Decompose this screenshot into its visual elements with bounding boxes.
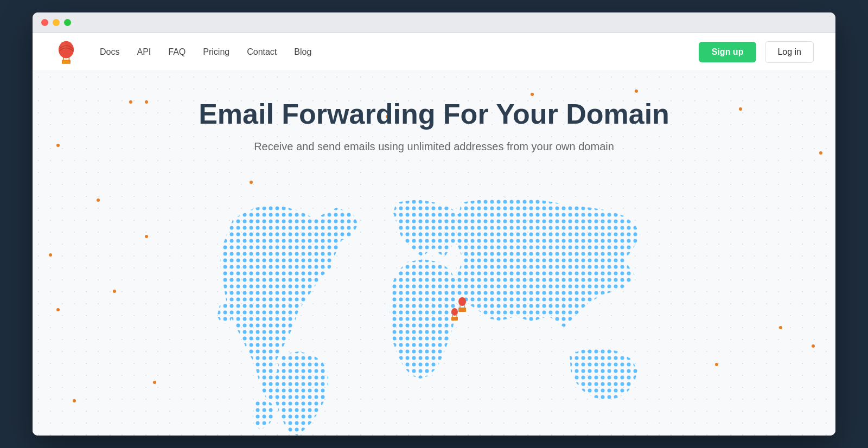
- scatter-dot: [129, 100, 132, 104]
- logo[interactable]: [54, 40, 78, 64]
- scatter-dot: [812, 344, 815, 348]
- scatter-dot: [153, 381, 156, 384]
- browser-chrome: [33, 12, 835, 33]
- traffic-light-yellow[interactable]: [53, 19, 60, 26]
- login-button[interactable]: Log in: [765, 41, 814, 63]
- nav-link-api[interactable]: API: [137, 47, 151, 57]
- hero-title: Email Forwarding For Your Domain: [199, 98, 669, 131]
- svg-point-14: [451, 308, 458, 316]
- logo-balloon-icon: [54, 40, 78, 64]
- scatter-dot: [145, 100, 148, 104]
- map-email-icon-2: [451, 308, 458, 321]
- hero-section: Email Forwarding For Your Domain Receive…: [33, 71, 835, 436]
- svg-rect-17: [451, 317, 458, 321]
- browser-content: Docs API FAQ Pricing Contact Blog Sign u…: [33, 33, 835, 436]
- nav-link-contact[interactable]: Contact: [247, 47, 277, 57]
- world-map-container: [190, 186, 678, 436]
- scatter-dot: [97, 199, 100, 202]
- world-map-svg: [190, 186, 678, 436]
- scatter-dot: [739, 107, 742, 111]
- svg-point-10: [458, 297, 466, 306]
- scatter-dot: [49, 253, 52, 257]
- nav-link-pricing[interactable]: Pricing: [203, 47, 229, 57]
- browser-window: Docs API FAQ Pricing Contact Blog Sign u…: [33, 12, 835, 436]
- navbar: Docs API FAQ Pricing Contact Blog Sign u…: [33, 33, 835, 71]
- scatter-dot: [635, 89, 638, 93]
- scatter-dot: [531, 93, 534, 96]
- scatter-dot: [56, 308, 60, 311]
- scatter-dot: [113, 290, 116, 293]
- scatter-dot: [819, 151, 822, 155]
- map-email-icon-1: [458, 297, 466, 312]
- signup-button[interactable]: Sign up: [699, 42, 757, 62]
- nav-link-blog[interactable]: Blog: [294, 47, 311, 57]
- scatter-dot: [779, 326, 782, 329]
- scatter-dot: [250, 181, 253, 184]
- hero-text: Email Forwarding For Your Domain Receive…: [188, 98, 680, 153]
- scatter-dot: [73, 399, 76, 402]
- nav-links: Docs API FAQ Pricing Contact Blog: [100, 47, 699, 57]
- scatter-dot: [56, 144, 60, 147]
- scatter-dot: [145, 235, 148, 238]
- nav-link-faq[interactable]: FAQ: [168, 47, 186, 57]
- nav-actions: Sign up Log in: [699, 41, 814, 63]
- svg-rect-13: [458, 308, 466, 312]
- traffic-light-green[interactable]: [64, 19, 71, 26]
- scatter-dot: [715, 363, 718, 366]
- traffic-light-red[interactable]: [41, 19, 48, 26]
- hero-subtitle: Receive and send emails using unlimited …: [199, 140, 669, 153]
- nav-link-docs[interactable]: Docs: [100, 47, 119, 57]
- svg-rect-9: [190, 186, 678, 436]
